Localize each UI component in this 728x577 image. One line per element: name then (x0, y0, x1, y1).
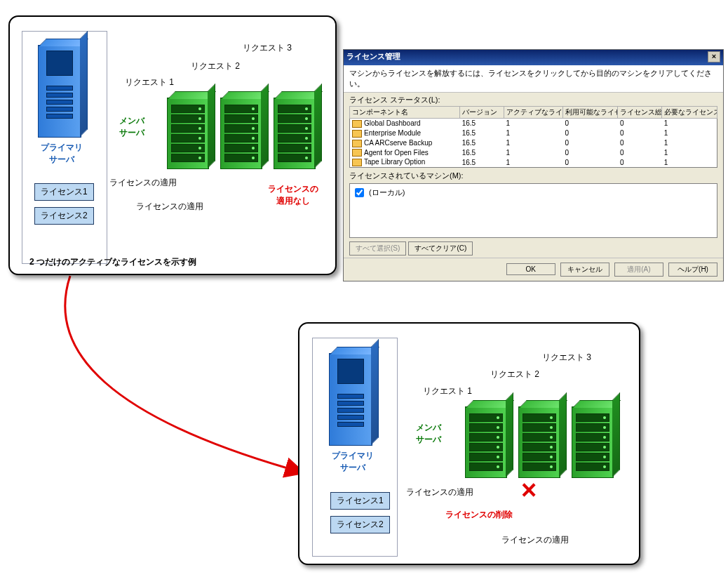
diagram-caption: 2 つだけのアクティブなライセンスを示す例 (29, 256, 196, 268)
dialog-instruction: マシンからライセンスを解放するには、ライセンスをクリックしてから目的のマシンをク… (344, 65, 723, 93)
col-component[interactable]: コンポーネント名 (350, 107, 460, 119)
apply-license-label: ライセンスの適用 (109, 177, 177, 189)
col-needed[interactable]: 必要なライセンス数（最.. (662, 107, 717, 119)
diagram-panel-2: プライマリ サーバ メンバ サーバ × ライセンス1 ライセンス2 ライセンスの… (298, 322, 640, 565)
member-server-icon (518, 399, 562, 478)
apply-license-label: ライセンスの適用 (501, 534, 569, 546)
member-server-icon (274, 91, 317, 169)
request-3-label: リクエスト 3 (542, 352, 591, 364)
close-icon[interactable]: × (708, 51, 720, 62)
request-2-label: リクエスト 2 (191, 60, 240, 72)
primary-server-icon (38, 38, 83, 136)
table-row[interactable]: Tape Library Option16.51001 (350, 157, 717, 167)
member-server-icon (167, 91, 210, 169)
member-server-icon (465, 399, 508, 478)
table-row[interactable]: Enterprise Module16.51001 (350, 128, 717, 138)
select-all-button[interactable]: すべて選択(S) (349, 241, 406, 256)
request-1-label: リクエスト 1 (125, 77, 174, 88)
ok-button[interactable]: OK (506, 263, 555, 275)
member-servers-label: メンバ サーバ (119, 115, 144, 139)
folder-icon (352, 140, 362, 147)
apply-button[interactable]: 適用(A) (614, 263, 663, 277)
apply-license-label: ライセンスの適用 (136, 201, 203, 213)
remove-x-icon: × (521, 475, 537, 505)
col-version[interactable]: バージョン (460, 107, 504, 119)
cancel-button[interactable]: キャンセル (560, 263, 609, 277)
folder-icon (352, 149, 362, 157)
request-3-label: リクエスト 3 (243, 42, 292, 54)
dialog-title: ライセンス管理 (346, 51, 400, 64)
machine-checkbox[interactable] (355, 188, 364, 197)
diagram-panel-1: プライマリ サーバ メンバ サーバ ライセンス1 ライセンス2 ライセンスの適用… (8, 15, 337, 275)
license-chip-2: ライセンス2 (330, 516, 390, 533)
license-status-label: ライセンス ステータス(L): (344, 93, 723, 106)
licensed-machines-label: ライセンスされているマシン(M): (344, 168, 723, 182)
apply-license-label: ライセンスの適用 (406, 486, 473, 498)
primary-server-label: プライマリ サーバ (325, 450, 381, 474)
col-available[interactable]: 利用可能なライセ.. (562, 107, 618, 119)
license-chip-2: ライセンス2 (34, 207, 94, 225)
request-2-label: リクエスト 2 (490, 369, 539, 380)
member-server-icon (572, 399, 615, 478)
table-row[interactable]: Agent for Open Files16.51001 (350, 148, 717, 158)
clear-all-button[interactable]: すべてクリア(C) (408, 241, 473, 256)
remove-license-label: ライセンスの削除 (445, 509, 513, 521)
folder-icon (352, 120, 362, 128)
license-chip-1: ライセンス1 (34, 183, 94, 201)
table-row[interactable]: Global Dashboard16.51001 (350, 119, 717, 128)
folder-icon (352, 130, 362, 138)
machine-item[interactable]: (ローカル) (352, 188, 405, 197)
licensed-machines-list[interactable]: (ローカル) (349, 183, 717, 238)
folder-icon (352, 159, 362, 166)
license-management-dialog: ライセンス管理 × マシンからライセンスを解放するには、ライセンスをクリックして… (343, 49, 724, 281)
machine-name: (ローカル) (369, 188, 405, 197)
member-server-icon (220, 91, 264, 169)
primary-server-label: プライマリ サーバ (34, 142, 90, 166)
col-active[interactable]: アクティブなライセン.. (504, 107, 563, 119)
dialog-titlebar[interactable]: ライセンス管理 × (344, 50, 723, 65)
license-not-applied-label: ライセンスの 適用なし (268, 183, 318, 207)
col-total[interactable]: ライセンス総数 (618, 107, 662, 119)
help-button[interactable]: ヘルプ(H) (668, 263, 717, 277)
primary-server-icon (329, 346, 374, 444)
license-chip-1: ライセンス1 (330, 492, 390, 510)
request-1-label: リクエスト 1 (423, 385, 472, 397)
member-servers-label: メンバ サーバ (416, 422, 441, 446)
license-status-table[interactable]: コンポーネント名 バージョン アクティブなライセン.. 利用可能なライセ.. ラ… (349, 106, 717, 168)
table-row[interactable]: CA ARCserve Backup16.51001 (350, 138, 717, 148)
